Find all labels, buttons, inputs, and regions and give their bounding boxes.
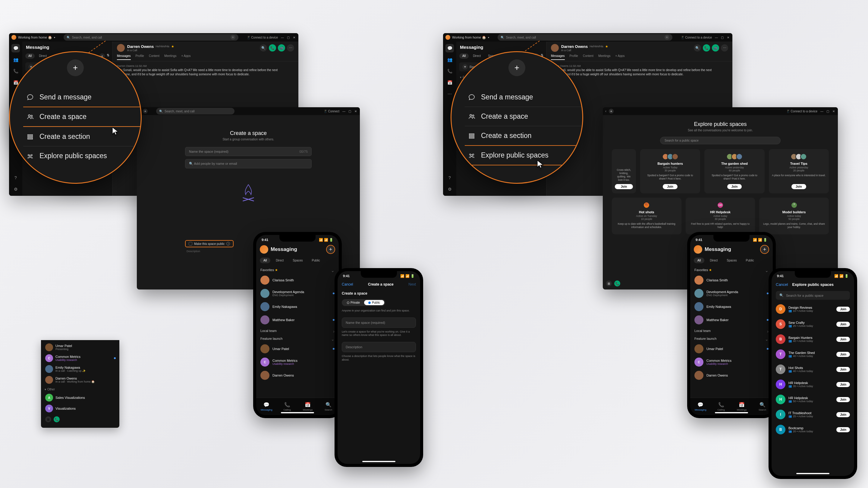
- m-chat-item[interactable]: CCommon MetricsUsability research: [256, 355, 339, 369]
- tab-all[interactable]: All: [459, 53, 469, 59]
- connect-button[interactable]: 📱 Connect: [324, 110, 339, 113]
- tab-content[interactable]: Content: [149, 54, 159, 60]
- favorite-star-icon[interactable]: ★: [171, 44, 174, 48]
- m-chat-item[interactable]: Development AgendaENG Deployment: [256, 287, 339, 300]
- rail-calling-icon[interactable]: 📞: [11, 67, 20, 75]
- mobile-plus-button[interactable]: +: [760, 245, 769, 254]
- next-button[interactable]: Next: [408, 282, 416, 287]
- plus-icon[interactable]: +: [143, 109, 148, 113]
- space-card[interactable]: 🏀 Hot shots Active on Tuesday 10 people …: [612, 198, 681, 234]
- space-card[interactable]: The garden shed Active yesterday 60 peop…: [704, 149, 764, 193]
- m-chat-item[interactable]: Clarissa Smith: [256, 273, 339, 287]
- tab-messages[interactable]: Messages: [117, 54, 131, 60]
- nav-messaging[interactable]: 💬Messaging: [256, 398, 277, 415]
- add-people-input[interactable]: 🔍 Add people by name or email: [185, 159, 312, 168]
- menu-create-space[interactable]: Create a space: [465, 107, 582, 126]
- explore-list-item[interactable]: B Bootcamp 👥20 • Active today Join: [772, 422, 854, 437]
- join-button[interactable]: Join: [836, 367, 850, 372]
- minimize-icon[interactable]: —: [820, 110, 824, 113]
- audio-call-button[interactable]: 📞: [269, 44, 276, 52]
- presence-status[interactable]: Working from home 🏠 ▾: [445, 35, 489, 40]
- seg-public[interactable]: Public: [364, 300, 384, 305]
- search-conv-icon[interactable]: 🔍: [694, 44, 701, 52]
- space-card[interactable]: Cross-stitch, knitting, quilting. We lov…: [612, 149, 636, 193]
- join-button[interactable]: Join: [792, 184, 806, 189]
- search-conv-icon[interactable]: 🔍: [260, 44, 267, 52]
- join-button[interactable]: Join: [836, 307, 850, 312]
- rail-messaging-icon[interactable]: 💬: [445, 44, 454, 53]
- rail-more-icon[interactable]: ⋯: [445, 90, 454, 98]
- chat-item[interactable]: Emily NakagawaIn a call · Catching up ✨: [41, 364, 119, 375]
- join-button[interactable]: Join: [836, 397, 850, 402]
- global-search[interactable]: 🔍 Search, meet, and call +: [498, 34, 673, 41]
- join-button[interactable]: Join: [836, 382, 850, 387]
- close-icon[interactable]: ✕: [354, 110, 358, 113]
- space-card[interactable]: Bargain hunters Active Today 30 people S…: [640, 149, 700, 193]
- chat-item[interactable]: Darren OwensIn a call · Working from hom…: [41, 375, 119, 385]
- space-name-input[interactable]: Name the space (required): [342, 318, 416, 328]
- join-button[interactable]: Join: [836, 412, 850, 417]
- m-chat-item[interactable]: Darren Owens: [256, 369, 339, 382]
- global-search[interactable]: 🔍 Search, meet, and call +: [64, 34, 239, 41]
- chat-item[interactable]: A Sales Visualizations: [41, 392, 119, 403]
- rail-call-icon[interactable]: 📞: [54, 416, 60, 422]
- tab-direct[interactable]: Direct: [470, 53, 484, 59]
- mobile-plus-button[interactable]: +: [326, 245, 335, 254]
- explore-list-item[interactable]: H HR Helpdesk 👥35 • Active today Join: [772, 377, 854, 392]
- rail-teams-icon[interactable]: 👥: [11, 56, 20, 64]
- menu-send-message[interactable]: Send a message: [23, 88, 141, 107]
- menu-create-space[interactable]: Create a space: [23, 107, 141, 127]
- explore-list-item[interactable]: S Sew Crafty 👥25 • Active today Join: [772, 317, 854, 332]
- plus-icon[interactable]: +: [609, 109, 614, 113]
- space-card[interactable]: ✈ Model builders Active today 50 people …: [759, 198, 829, 234]
- rail-help-icon[interactable]: ?: [445, 173, 454, 182]
- video-call-button[interactable]: 📹: [278, 44, 285, 52]
- minimize-icon[interactable]: —: [342, 110, 345, 113]
- plus-button[interactable]: +: [508, 59, 525, 76]
- tab-meetings[interactable]: Meetings: [164, 54, 177, 60]
- m-chat-item[interactable]: Matthew Baker: [256, 313, 339, 327]
- explore-list-item[interactable]: D Design Reviews 👥10 • Active today Join: [772, 301, 854, 317]
- rail-call-icon[interactable]: 📞: [614, 281, 620, 287]
- add-icon[interactable]: +: [664, 35, 670, 40]
- user-avatar[interactable]: [260, 245, 268, 254]
- explore-list-item[interactable]: T Hot Shots 👥40 • Active today Join: [772, 362, 854, 377]
- m-tab-spaces[interactable]: Spaces: [289, 258, 306, 263]
- explore-search-input[interactable]: 🔍 Search for a public space: [776, 291, 850, 300]
- rail-messaging-icon[interactable]: 💬: [11, 44, 20, 53]
- contact-avatar[interactable]: [117, 44, 125, 52]
- menu-create-section[interactable]: Create a section: [465, 126, 582, 145]
- tab-all[interactable]: All: [25, 53, 35, 59]
- add-icon[interactable]: +: [230, 35, 236, 40]
- m-tab-all[interactable]: All: [260, 258, 270, 263]
- description-input[interactable]: Description: [342, 342, 416, 352]
- space-name-input[interactable]: Name the space (required) 00/75: [185, 147, 312, 156]
- explore-list-item[interactable]: H HR Helpdesk 👥50 • Active today Join: [772, 392, 854, 407]
- video-call-button[interactable]: 📹: [712, 44, 719, 52]
- m-chat-item[interactable]: Emily Nakagawa: [256, 300, 339, 313]
- minimize-icon[interactable]: —: [715, 36, 718, 39]
- space-card[interactable]: HR HR Helpdesk Active today 30 people Fe…: [686, 198, 755, 234]
- other-section[interactable]: ▾Other: [41, 385, 119, 392]
- tab-profile[interactable]: Profile: [135, 54, 144, 60]
- tab-apps[interactable]: + Apps: [181, 54, 191, 60]
- rail-settings-icon[interactable]: ⚙: [445, 185, 454, 193]
- chat-item[interactable]: Umar PatelPresenting: [41, 342, 119, 353]
- explore-search-input[interactable]: Search for a public space: [660, 137, 781, 144]
- explore-list-item[interactable]: T The Garden Shed 👥40 • Active today Joi…: [772, 347, 854, 362]
- more-icon[interactable]: ⋯: [287, 44, 294, 52]
- rail-help-icon[interactable]: ?: [11, 173, 20, 182]
- maximize-icon[interactable]: ▢: [721, 36, 724, 39]
- explore-list-item[interactable]: B Bargain Hunters 👥40 • Active today Joi…: [772, 332, 854, 347]
- rail-calling-icon[interactable]: 📞: [445, 67, 454, 75]
- plus-button[interactable]: +: [67, 59, 84, 76]
- connect-device-button[interactable]: 📱 Connect to a device: [786, 110, 817, 113]
- join-button[interactable]: Join: [663, 184, 678, 189]
- more-icon[interactable]: ⋯: [721, 44, 728, 52]
- explore-list-item[interactable]: I IT Troubleshoot 👥25 • Active today Joi…: [772, 407, 854, 422]
- rail-apps-icon[interactable]: ⊞: [606, 281, 612, 287]
- m-featurelaunch-section[interactable]: Feature launch⌄: [256, 334, 339, 342]
- connect-device-button[interactable]: 📱 Connect to a device: [681, 36, 712, 39]
- space-card[interactable]: Travel Tips Active yesterday 20 people A…: [769, 149, 829, 193]
- close-icon[interactable]: ✕: [727, 36, 730, 39]
